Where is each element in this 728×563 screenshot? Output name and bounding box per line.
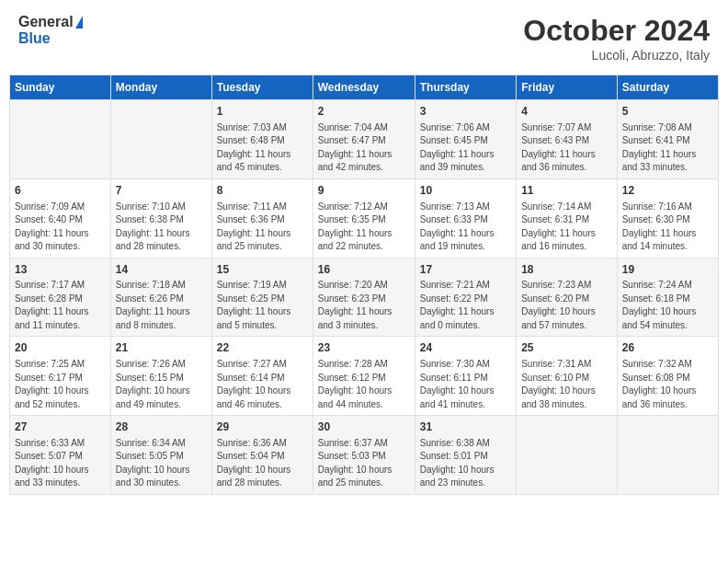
- calendar-week-row: 1Sunrise: 7:03 AM Sunset: 6:48 PM Daylig…: [10, 100, 719, 179]
- calendar-week-row: 6Sunrise: 7:09 AM Sunset: 6:40 PM Daylig…: [10, 178, 719, 258]
- day-number: 10: [420, 183, 511, 199]
- day-info: Sunrise: 6:36 AM Sunset: 5:04 PM Dayligh…: [217, 437, 308, 490]
- weekday-header: Sunday: [10, 75, 111, 100]
- calendar-cell: 4Sunrise: 7:07 AM Sunset: 6:43 PM Daylig…: [517, 100, 618, 179]
- calendar-cell: 29Sunrise: 6:36 AM Sunset: 5:04 PM Dayli…: [211, 416, 313, 495]
- day-number: 19: [622, 262, 713, 278]
- day-number: 24: [420, 340, 511, 356]
- day-number: 16: [318, 262, 410, 278]
- weekday-header: Wednesday: [313, 75, 415, 100]
- day-number: 29: [217, 419, 308, 435]
- day-info: Sunrise: 7:24 AM Sunset: 6:18 PM Dayligh…: [622, 279, 713, 332]
- calendar-cell: 18Sunrise: 7:23 AM Sunset: 6:20 PM Dayli…: [517, 258, 618, 337]
- day-number: 30: [318, 419, 410, 435]
- calendar-week-row: 20Sunrise: 7:25 AM Sunset: 6:17 PM Dayli…: [10, 337, 719, 416]
- calendar-cell: 9Sunrise: 7:12 AM Sunset: 6:35 PM Daylig…: [313, 178, 415, 258]
- day-number: 28: [116, 419, 207, 435]
- day-number: 13: [15, 262, 106, 278]
- calendar-cell: 10Sunrise: 7:13 AM Sunset: 6:33 PM Dayli…: [415, 178, 516, 258]
- day-number: 3: [420, 104, 511, 120]
- day-number: 22: [217, 340, 308, 356]
- day-info: Sunrise: 7:23 AM Sunset: 6:20 PM Dayligh…: [521, 279, 612, 332]
- day-number: 1: [217, 104, 308, 120]
- calendar-cell: 5Sunrise: 7:08 AM Sunset: 6:41 PM Daylig…: [617, 100, 718, 179]
- page-header: General Blue October 2024 Lucoli, Abruzz…: [9, 9, 719, 67]
- calendar-cell: 25Sunrise: 7:31 AM Sunset: 6:10 PM Dayli…: [517, 337, 618, 416]
- day-info: Sunrise: 7:19 AM Sunset: 6:25 PM Dayligh…: [217, 279, 308, 332]
- day-info: Sunrise: 6:37 AM Sunset: 5:03 PM Dayligh…: [318, 437, 410, 490]
- calendar-cell: [10, 100, 111, 179]
- calendar-week-row: 13Sunrise: 7:17 AM Sunset: 6:28 PM Dayli…: [10, 258, 719, 337]
- calendar-cell: 28Sunrise: 6:34 AM Sunset: 5:05 PM Dayli…: [110, 416, 211, 495]
- calendar-cell: 13Sunrise: 7:17 AM Sunset: 6:28 PM Dayli…: [10, 258, 111, 337]
- day-number: 9: [318, 183, 410, 199]
- calendar-cell: [517, 416, 618, 495]
- weekday-header: Saturday: [617, 75, 718, 100]
- day-number: 15: [217, 262, 308, 278]
- calendar-cell: 30Sunrise: 6:37 AM Sunset: 5:03 PM Dayli…: [313, 416, 415, 495]
- day-number: 26: [622, 340, 713, 356]
- day-number: 12: [622, 183, 713, 199]
- day-info: Sunrise: 7:14 AM Sunset: 6:31 PM Dayligh…: [521, 201, 612, 254]
- day-number: 7: [116, 183, 207, 199]
- day-info: Sunrise: 7:32 AM Sunset: 6:08 PM Dayligh…: [622, 358, 713, 411]
- day-number: 25: [521, 340, 612, 356]
- day-number: 4: [521, 104, 612, 120]
- day-info: Sunrise: 7:30 AM Sunset: 6:11 PM Dayligh…: [420, 358, 511, 411]
- calendar-cell: 17Sunrise: 7:21 AM Sunset: 6:22 PM Dayli…: [415, 258, 516, 337]
- day-number: 14: [116, 262, 207, 278]
- calendar-cell: 12Sunrise: 7:16 AM Sunset: 6:30 PM Dayli…: [617, 178, 718, 258]
- day-info: Sunrise: 7:27 AM Sunset: 6:14 PM Dayligh…: [217, 358, 308, 411]
- month-title: October 2024: [523, 14, 710, 48]
- logo: General Blue: [18, 14, 83, 46]
- calendar-cell: 19Sunrise: 7:24 AM Sunset: 6:18 PM Dayli…: [617, 258, 718, 337]
- calendar-cell: 7Sunrise: 7:10 AM Sunset: 6:38 PM Daylig…: [110, 178, 211, 258]
- calendar-cell: 16Sunrise: 7:20 AM Sunset: 6:23 PM Dayli…: [313, 258, 415, 337]
- calendar-cell: 11Sunrise: 7:14 AM Sunset: 6:31 PM Dayli…: [517, 178, 618, 258]
- day-number: 27: [15, 419, 106, 435]
- calendar-header-row: SundayMondayTuesdayWednesdayThursdayFrid…: [10, 75, 719, 100]
- weekday-header: Thursday: [415, 75, 516, 100]
- weekday-header: Tuesday: [211, 75, 313, 100]
- calendar-cell: [617, 416, 718, 495]
- title-area: October 2024 Lucoli, Abruzzo, Italy: [523, 14, 710, 63]
- day-info: Sunrise: 7:08 AM Sunset: 6:41 PM Dayligh…: [622, 121, 713, 175]
- day-info: Sunrise: 7:18 AM Sunset: 6:26 PM Dayligh…: [116, 279, 207, 332]
- day-info: Sunrise: 6:38 AM Sunset: 5:01 PM Dayligh…: [420, 437, 511, 490]
- day-info: Sunrise: 7:12 AM Sunset: 6:35 PM Dayligh…: [318, 201, 410, 254]
- day-info: Sunrise: 7:16 AM Sunset: 6:30 PM Dayligh…: [622, 201, 713, 254]
- calendar-cell: 31Sunrise: 6:38 AM Sunset: 5:01 PM Dayli…: [415, 416, 516, 495]
- day-info: Sunrise: 7:13 AM Sunset: 6:33 PM Dayligh…: [420, 201, 511, 254]
- day-info: Sunrise: 7:03 AM Sunset: 6:48 PM Dayligh…: [217, 121, 308, 175]
- calendar-week-row: 27Sunrise: 6:33 AM Sunset: 5:07 PM Dayli…: [10, 416, 719, 495]
- calendar-cell: 26Sunrise: 7:32 AM Sunset: 6:08 PM Dayli…: [617, 337, 718, 416]
- day-number: 21: [116, 340, 207, 356]
- weekday-header: Monday: [110, 75, 211, 100]
- logo-blue: Blue: [18, 30, 83, 47]
- day-info: Sunrise: 7:04 AM Sunset: 6:47 PM Dayligh…: [318, 121, 410, 175]
- day-info: Sunrise: 6:33 AM Sunset: 5:07 PM Dayligh…: [15, 437, 106, 490]
- day-info: Sunrise: 7:06 AM Sunset: 6:45 PM Dayligh…: [420, 121, 511, 175]
- day-info: Sunrise: 7:09 AM Sunset: 6:40 PM Dayligh…: [15, 201, 106, 254]
- day-info: Sunrise: 7:21 AM Sunset: 6:22 PM Dayligh…: [420, 279, 511, 332]
- day-number: 23: [318, 340, 410, 356]
- calendar-cell: 2Sunrise: 7:04 AM Sunset: 6:47 PM Daylig…: [313, 100, 415, 179]
- calendar-table: SundayMondayTuesdayWednesdayThursdayFrid…: [9, 75, 719, 495]
- calendar-cell: 15Sunrise: 7:19 AM Sunset: 6:25 PM Dayli…: [211, 258, 313, 337]
- logo-general: General: [18, 14, 74, 30]
- day-info: Sunrise: 7:26 AM Sunset: 6:15 PM Dayligh…: [116, 358, 207, 411]
- calendar-cell: 23Sunrise: 7:28 AM Sunset: 6:12 PM Dayli…: [313, 337, 415, 416]
- day-info: Sunrise: 6:34 AM Sunset: 5:05 PM Dayligh…: [116, 437, 207, 490]
- calendar-cell: 6Sunrise: 7:09 AM Sunset: 6:40 PM Daylig…: [10, 178, 111, 258]
- day-number: 2: [318, 104, 410, 120]
- day-number: 5: [622, 104, 713, 120]
- calendar-cell: [110, 100, 211, 179]
- day-info: Sunrise: 7:11 AM Sunset: 6:36 PM Dayligh…: [217, 201, 308, 254]
- day-info: Sunrise: 7:28 AM Sunset: 6:12 PM Dayligh…: [318, 358, 410, 411]
- day-number: 6: [15, 183, 106, 199]
- calendar-cell: 14Sunrise: 7:18 AM Sunset: 6:26 PM Dayli…: [110, 258, 211, 337]
- calendar-cell: 3Sunrise: 7:06 AM Sunset: 6:45 PM Daylig…: [415, 100, 516, 179]
- day-info: Sunrise: 7:10 AM Sunset: 6:38 PM Dayligh…: [116, 201, 207, 254]
- day-info: Sunrise: 7:07 AM Sunset: 6:43 PM Dayligh…: [521, 121, 612, 175]
- weekday-header: Friday: [517, 75, 618, 100]
